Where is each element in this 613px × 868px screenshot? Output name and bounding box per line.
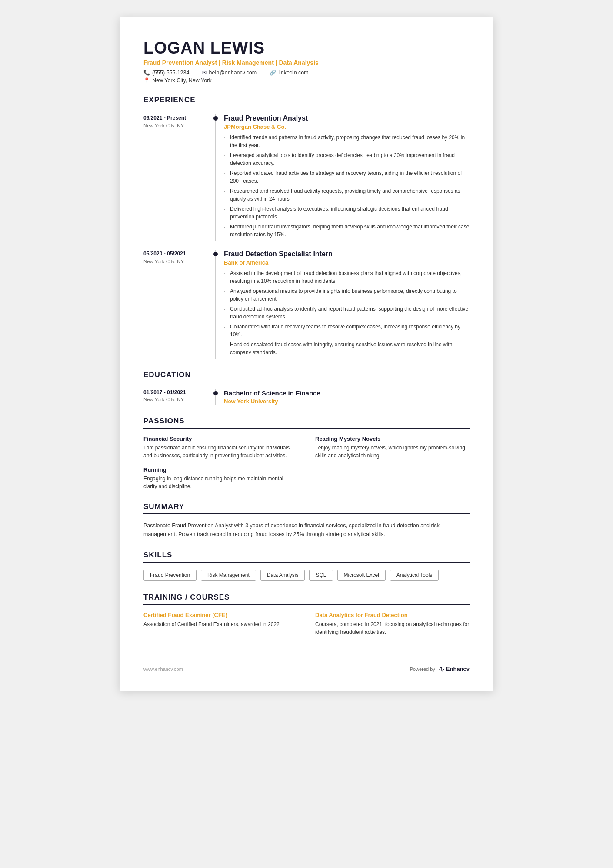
training-course-title-2: Data Analytics for Fraud Detection: [315, 612, 470, 618]
edu-location-1: New York City, NY: [143, 397, 211, 402]
bullet-item: Leveraged analytical tools to identify p…: [224, 151, 470, 167]
training-item-2: Data Analytics for Fraud Detection Cours…: [315, 612, 470, 636]
exp-job-title-2: Fraud Detection Specialist Intern: [224, 250, 470, 258]
enhancv-brand-name: Enhancv: [446, 666, 470, 672]
exp-date-1: 06/2021 - Present: [143, 114, 211, 122]
phone-contact: 📞 (555) 555-1234: [143, 70, 189, 76]
edu-date-1: 01/2017 - 01/2021: [143, 389, 211, 395]
exp-divider-2: [215, 250, 216, 359]
experience-item-1: 06/2021 - Present New York City, NY Frau…: [143, 114, 470, 241]
training-grid: Certified Fraud Examiner (CFE) Associati…: [143, 612, 470, 636]
education-title: EDUCATION: [143, 371, 470, 382]
footer-website: www.enhancv.com: [143, 667, 183, 672]
training-course-title-1: Certified Fraud Examiner (CFE): [143, 612, 298, 618]
exp-company-2: Bank of America: [224, 259, 470, 266]
linkedin-url: linkedin.com: [278, 70, 308, 76]
experience-item-2: 05/2020 - 05/2021 New York City, NY Frau…: [143, 250, 470, 359]
resume-page: LOGAN LEWIS Fraud Prevention Analyst | R…: [120, 17, 493, 691]
bullet-item: Mentored junior fraud investigators, hel…: [224, 223, 470, 238]
footer: www.enhancv.com Powered by ∿ Enhancv: [143, 658, 470, 674]
exp-right-1: Fraud Prevention Analyst JPMorgan Chase …: [224, 114, 470, 241]
education-item-1: 01/2017 - 01/2021 New York City, NY Bach…: [143, 389, 470, 405]
bullet-item: Conducted ad-hoc analysis to identify an…: [224, 305, 470, 321]
exp-right-2: Fraud Detection Specialist Intern Bank o…: [224, 250, 470, 359]
passion-text-1: I am passionate about ensuring financial…: [143, 444, 298, 459]
linkedin-contact: 🔗 linkedin.com: [270, 70, 308, 76]
footer-brand: Powered by ∿ Enhancv: [410, 664, 470, 674]
bullet-item: Reported validated fraud activities to s…: [224, 169, 470, 185]
summary-section: SUMMARY Passionate Fraud Prevention Anal…: [143, 503, 470, 539]
passions-section: PASSIONS Financial Security I am passion…: [143, 417, 470, 490]
summary-text: Passionate Fraud Prevention Analyst with…: [143, 521, 470, 539]
exp-left-1: 06/2021 - Present New York City, NY: [143, 114, 215, 241]
edu-divider-1: [215, 389, 216, 405]
edu-right-1: Bachelor of Science in Finance New York …: [224, 389, 470, 405]
exp-bullets-2: Assisted in the development of fraud det…: [224, 269, 470, 356]
edu-degree-1: Bachelor of Science in Finance: [224, 389, 470, 397]
email-icon: ✉: [202, 70, 207, 76]
email-address: help@enhancv.com: [209, 70, 257, 76]
skill-tag-5: Microsoft Excel: [337, 570, 386, 581]
passion-item-3: Running Engaging in long-distance runnin…: [143, 466, 298, 490]
edu-left-1: 01/2017 - 01/2021 New York City, NY: [143, 389, 215, 405]
training-course-text-2: Coursera, completed in 2021, focusing on…: [315, 620, 470, 636]
passion-item-1: Financial Security I am passionate about…: [143, 436, 298, 459]
bullet-item: Analyzed operational metrics to provide …: [224, 287, 470, 303]
exp-date-2: 05/2020 - 05/2021: [143, 250, 211, 258]
enhancv-logo: ∿ Enhancv: [438, 664, 470, 674]
training-item-1: Certified Fraud Examiner (CFE) Associati…: [143, 612, 298, 636]
powered-by-text: Powered by: [410, 667, 435, 672]
enhancv-logo-icon: ∿: [438, 664, 444, 674]
passions-grid: Financial Security I am passionate about…: [143, 436, 470, 490]
candidate-title: Fraud Prevention Analyst | Risk Manageme…: [143, 59, 470, 66]
training-section: TRAINING / COURSES Certified Fraud Exami…: [143, 593, 470, 636]
exp-job-title-1: Fraud Prevention Analyst: [224, 114, 470, 122]
passion-text-3: Engaging in long-distance running helps …: [143, 475, 298, 490]
edu-school-1: New York University: [224, 398, 470, 405]
education-section: EDUCATION 01/2017 - 01/2021 New York Cit…: [143, 371, 470, 405]
skill-tag-2: Risk Management: [201, 570, 256, 581]
passions-title: PASSIONS: [143, 417, 470, 429]
summary-title: SUMMARY: [143, 503, 470, 514]
experience-title: EXPERIENCE: [143, 96, 470, 107]
candidate-name: LOGAN LEWIS: [143, 39, 470, 57]
passion-title-3: Running: [143, 466, 298, 473]
phone-number: (555) 555-1234: [152, 70, 189, 76]
training-course-text-1: Association of Certified Fraud Examiners…: [143, 620, 298, 628]
passion-text-2: I enjoy reading mystery novels, which ig…: [315, 444, 470, 459]
passion-title-2: Reading Mystery Novels: [315, 436, 470, 442]
experience-section: EXPERIENCE 06/2021 - Present New York Ci…: [143, 96, 470, 359]
exp-location-2: New York City, NY: [143, 259, 211, 264]
skill-tag-3: Data Analysis: [260, 570, 305, 581]
bullet-item: Identified trends and patterns in fraud …: [224, 134, 470, 149]
email-contact: ✉ help@enhancv.com: [202, 70, 257, 76]
location-icon: 📍: [143, 77, 150, 84]
skills-list: Fraud Prevention Risk Management Data An…: [143, 570, 470, 581]
exp-location-1: New York City, NY: [143, 123, 211, 128]
skill-tag-1: Fraud Prevention: [143, 570, 197, 581]
exp-company-1: JPMorgan Chase & Co.: [224, 124, 470, 130]
bullet-item: Collaborated with fraud recovery teams t…: [224, 323, 470, 338]
bullet-item: Assisted in the development of fraud det…: [224, 269, 470, 285]
exp-bullets-1: Identified trends and patterns in fraud …: [224, 134, 470, 238]
header: LOGAN LEWIS Fraud Prevention Analyst | R…: [143, 39, 470, 84]
skill-tag-6: Analytical Tools: [390, 570, 439, 581]
phone-icon: 📞: [143, 70, 150, 76]
link-icon: 🔗: [270, 70, 276, 76]
bullet-item: Researched and resolved fraud activity r…: [224, 187, 470, 203]
skill-tag-4: SQL: [309, 570, 333, 581]
skills-section: SKILLS Fraud Prevention Risk Management …: [143, 551, 470, 581]
header-contact-row: 📞 (555) 555-1234 ✉ help@enhancv.com 🔗 li…: [143, 70, 470, 76]
bullet-item: Handled escalated fraud cases with integ…: [224, 341, 470, 356]
skills-title: SKILLS: [143, 551, 470, 563]
location-contact: 📍 New York City, New York: [143, 77, 470, 84]
passion-item-2: Reading Mystery Novels I enjoy reading m…: [315, 436, 470, 459]
passion-title-1: Financial Security: [143, 436, 298, 442]
training-title: TRAINING / COURSES: [143, 593, 470, 605]
exp-left-2: 05/2020 - 05/2021 New York City, NY: [143, 250, 215, 359]
location-text: New York City, New York: [152, 77, 212, 84]
bullet-item: Delivered high-level analysis to executi…: [224, 205, 470, 221]
exp-divider-1: [215, 114, 216, 241]
